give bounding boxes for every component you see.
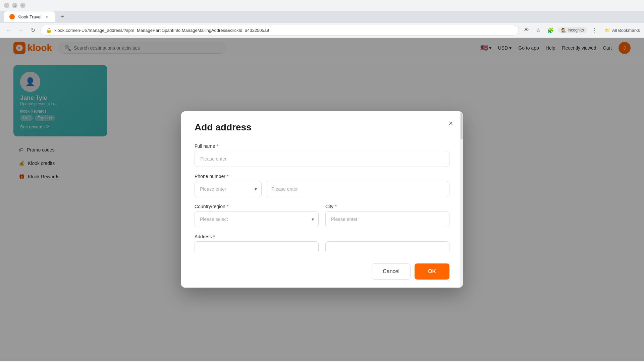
modal-scrollbar xyxy=(460,111,463,288)
extension-icon[interactable]: 🧩 xyxy=(546,25,555,35)
phone-number-group: Phone number * ▾ Please enter xyxy=(195,174,449,197)
ok-button[interactable]: OK xyxy=(415,263,449,280)
required-star-address: * xyxy=(213,234,215,239)
window-close-button[interactable]: × xyxy=(20,3,25,8)
phone-row: ▾ Please enter xyxy=(195,181,449,197)
required-star-name: * xyxy=(216,143,218,149)
modal-header: Add address × xyxy=(181,111,463,138)
browser-actions: 👁 ☆ 🧩 🕵 Incognito ⋮ xyxy=(522,25,599,35)
address-line2-input[interactable] xyxy=(325,241,449,251)
bookmark-icon[interactable]: ☆ xyxy=(534,25,543,35)
browser-chrome: — □ × Klook Travel × + ← → ↻ 🔒 klook.com… xyxy=(0,0,644,38)
incognito-badge: 🕵 Incognito xyxy=(558,27,587,33)
forward-button[interactable]: → xyxy=(16,25,25,35)
incognito-label: Incognito xyxy=(568,28,584,33)
reload-button[interactable]: ↻ xyxy=(28,25,38,35)
city-group: City * xyxy=(325,204,449,227)
city-input[interactable] xyxy=(325,211,449,227)
country-region-select[interactable] xyxy=(195,211,319,227)
add-address-modal: Add address × Full name * Phone number xyxy=(181,111,463,288)
phone-number-label: Phone number * xyxy=(195,174,449,179)
page-background: K klook 🔍 🇺🇸 ▾ USD ▾ Go to app xyxy=(0,38,644,361)
country-region-label: Country/region * xyxy=(195,204,319,209)
modal-close-button[interactable]: × xyxy=(445,118,456,129)
address-bar[interactable]: 🔒 klook.com/en-US/manage_address/?spm=Ma… xyxy=(40,25,519,36)
scrollbar-thumb xyxy=(461,113,463,139)
bookmarks-label: All Bookmarks xyxy=(612,28,640,33)
city-label: City * xyxy=(325,204,449,209)
bookmarks-bar: 📁 All Bookmarks xyxy=(605,28,640,33)
window-controls: — □ × xyxy=(4,3,25,8)
country-city-row: Country/region * ▾ Please select xyxy=(195,204,449,227)
url-text: klook.com/en-US/manage_address/?spm=Mana… xyxy=(54,28,269,33)
tab-close-button[interactable]: × xyxy=(44,14,50,19)
active-tab[interactable]: Klook Travel × xyxy=(4,11,55,22)
new-tab-button[interactable]: + xyxy=(58,12,67,21)
back-button[interactable]: ← xyxy=(4,25,13,35)
country-region-group: Country/region * ▾ Please select xyxy=(195,204,319,227)
address-line1-input[interactable] xyxy=(195,241,319,251)
required-star-phone: * xyxy=(227,174,228,179)
eye-off-icon[interactable]: 👁 xyxy=(522,25,531,35)
country-select-wrapper: ▾ Please select xyxy=(195,211,319,227)
address-label: Address * xyxy=(195,234,449,239)
maximize-button[interactable]: □ xyxy=(12,3,17,8)
phone-input-wrapper xyxy=(266,181,449,197)
modal-footer: Cancel OK xyxy=(181,258,463,288)
menu-button[interactable]: ⋮ xyxy=(590,25,599,35)
full-name-group: Full name * xyxy=(195,143,449,167)
tab-label: Klook Travel xyxy=(17,14,42,19)
address-bar-row: ← → ↻ 🔒 klook.com/en-US/manage_address/?… xyxy=(0,23,644,38)
phone-number-input[interactable] xyxy=(266,181,449,197)
address-group: Address * xyxy=(195,234,449,251)
tab-bar: Klook Travel × + xyxy=(0,11,644,23)
phone-country-select[interactable] xyxy=(195,181,262,197)
tab-favicon xyxy=(9,14,15,19)
full-name-input[interactable] xyxy=(195,151,449,167)
required-star-city: * xyxy=(335,204,336,209)
modal-overlay: Add address × Full name * Phone number xyxy=(0,38,644,361)
full-name-label: Full name * xyxy=(195,143,449,149)
phone-country-wrapper: ▾ Please enter xyxy=(195,181,262,197)
modal-body: Full name * Phone number * xyxy=(181,138,463,258)
minimize-button[interactable]: — xyxy=(4,3,9,8)
cancel-button[interactable]: Cancel xyxy=(372,263,411,280)
required-star-country: * xyxy=(227,204,228,209)
address-row xyxy=(195,241,449,251)
modal-title: Add address xyxy=(195,122,449,133)
title-bar: — □ × xyxy=(0,0,644,11)
